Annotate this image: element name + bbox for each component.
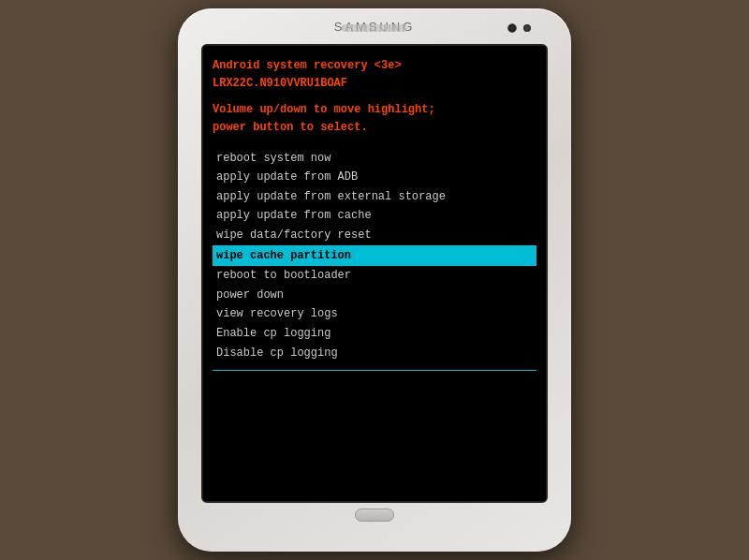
menu-item-disable-cp-logging[interactable]: Disable cp logging: [213, 344, 536, 363]
front-camera: [507, 23, 517, 33]
instructions-text: Volume up/down to move highlight; power …: [213, 101, 536, 137]
menu-item-view-recovery-logs[interactable]: view recovery logs: [213, 304, 536, 324]
speaker-grille: [342, 24, 407, 32]
divider-line: [213, 370, 536, 371]
header-line1: Android system recovery <3e>: [213, 57, 536, 75]
recovery-screen: Android system recovery <3e> LRX22C.N910…: [203, 46, 546, 501]
home-button[interactable]: [355, 508, 394, 522]
phone-bottom: [355, 508, 394, 522]
menu-container: reboot system nowapply update from ADBap…: [213, 149, 536, 363]
menu-item-wipe-cache[interactable]: wipe cache partition: [213, 245, 536, 267]
header-line2: LRX22C.N910VVRU1BOAF: [213, 75, 536, 93]
menu-item-apply-update-adb[interactable]: apply update from ADB: [213, 168, 536, 187]
menu-item-reboot-bootloader[interactable]: reboot to bootloader: [213, 266, 536, 286]
phone-top-bar: [185, 18, 564, 38]
menu-item-wipe-data[interactable]: wipe data/factory reset: [213, 226, 536, 245]
phone-device: SAMSUNG Android system recovery <3e> LRX…: [178, 8, 571, 552]
menu-item-apply-update-external[interactable]: apply update from external storage: [213, 187, 536, 207]
menu-item-power-down[interactable]: power down: [213, 286, 536, 305]
menu-item-enable-cp-logging[interactable]: Enable cp logging: [213, 324, 536, 344]
instructions-line2: power button to select.: [213, 121, 368, 134]
instructions-line1: Volume up/down to move highlight;: [213, 103, 435, 116]
screen-bezel: Android system recovery <3e> LRX22C.N910…: [201, 44, 548, 503]
sensor-dot: [523, 24, 531, 32]
menu-item-apply-update-cache[interactable]: apply update from cache: [213, 206, 536, 226]
menu-item-reboot-system[interactable]: reboot system now: [213, 149, 536, 169]
